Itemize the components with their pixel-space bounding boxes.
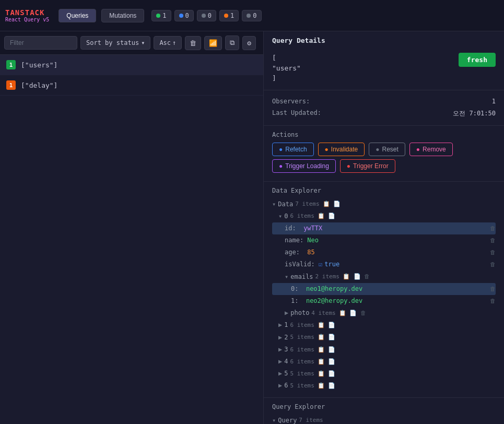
tree-val-id: ywTTX bbox=[303, 223, 322, 233]
meta-section: Observers: 1 Last Updated: 오전 7:01:50 bbox=[264, 90, 504, 126]
dot-green bbox=[156, 14, 160, 18]
invalidate-button[interactable]: ● Invalidate bbox=[318, 143, 365, 156]
tree-arrow-3[interactable]: ▶ bbox=[278, 345, 282, 355]
tree-arrow-photo[interactable]: ▶ bbox=[285, 308, 288, 318]
del-email-1-icon[interactable]: 🗑 bbox=[490, 297, 496, 306]
query-list: 1 ["users"] 1 ["delay"] bbox=[0, 55, 263, 424]
badge-blue-count: 0 bbox=[185, 12, 189, 19]
qe-arrow-query[interactable]: ▾ bbox=[272, 416, 276, 425]
badge-gray1-count: 0 bbox=[208, 12, 212, 19]
tree-emails: ▾ emails 2 items 📋 📄 🗑 bbox=[272, 271, 496, 283]
tree-icons-1: 📋 📄 bbox=[318, 321, 336, 330]
refetch-button[interactable]: ● Refetch bbox=[272, 143, 314, 156]
tree-arrow-data[interactable]: ▾ bbox=[272, 199, 276, 209]
tree-icons-photo: 📋 📄 🗑 bbox=[339, 309, 366, 318]
tree-val-name: Neo bbox=[307, 235, 319, 245]
query-num-users: 1 bbox=[6, 60, 16, 69]
tree-arrow-1[interactable]: ▶ bbox=[278, 320, 282, 330]
tree-arrow-4[interactable]: ▶ bbox=[278, 357, 282, 367]
remove-label: Remove bbox=[423, 146, 446, 153]
tree-arrow-emails[interactable]: ▾ bbox=[285, 272, 288, 282]
query-item-users[interactable]: 1 ["users"] bbox=[0, 55, 263, 75]
remove-button[interactable]: ● Remove bbox=[409, 143, 453, 156]
tree-arrow-0[interactable]: ▾ bbox=[278, 211, 282, 221]
sort-select[interactable]: Sort by status ▾ bbox=[80, 36, 150, 50]
last-updated-value: 오전 7:01:50 bbox=[453, 109, 496, 118]
tree-id: id: ywTTX 🗑 bbox=[272, 222, 496, 234]
copy-icon-btn[interactable]: ⧉ bbox=[225, 36, 239, 50]
actions-section: Actions ● Refetch ● Invalidate ● Reset bbox=[264, 126, 504, 182]
badge-orange-count: 1 bbox=[230, 12, 234, 19]
tree-val-age: 85 bbox=[307, 248, 314, 257]
status-badges: 1 0 0 1 0 bbox=[151, 10, 261, 21]
asc-button[interactable]: Asc ↑ bbox=[154, 36, 182, 50]
settings-icon-btn[interactable]: ⚙ bbox=[242, 36, 256, 50]
tree-data: ▾ Data 7 items 📋 📄 bbox=[272, 198, 496, 210]
app-container: TANSTACK React Query v5 Queries Mutation… bbox=[0, 0, 504, 424]
tree-count-5: 5 items bbox=[290, 369, 314, 379]
tree-arrow-5[interactable]: ▶ bbox=[278, 369, 282, 379]
data-explorer-section: Data Explorer ▾ Data 7 items 📋 📄 ▾ 0 6 i… bbox=[264, 182, 504, 398]
tree-key-6: 6 bbox=[284, 381, 288, 391]
tree-val-email-0: neo1@heropy.dev bbox=[306, 284, 362, 294]
sort-chevron-icon: ▾ bbox=[141, 39, 145, 46]
trigger-loading-label: Trigger Loading bbox=[285, 162, 329, 170]
reset-button[interactable]: ● Reset bbox=[369, 143, 405, 156]
badge-gray2: 0 bbox=[242, 10, 261, 21]
tree-key-1: 1 bbox=[284, 320, 288, 330]
actions-row-2: ● Trigger Loading ● Trigger Error bbox=[272, 159, 496, 173]
tree-icons-4: 📋 📄 bbox=[318, 357, 336, 367]
delete-icon-btn[interactable]: 🗑 bbox=[185, 36, 201, 50]
tree-arrow-2[interactable]: ▶ bbox=[278, 333, 282, 343]
del-name-icon[interactable]: 🗑 bbox=[490, 236, 496, 245]
observers-value: 1 bbox=[492, 98, 496, 105]
tab-queries[interactable]: Queries bbox=[58, 9, 96, 22]
tree-name: name: Neo 🗑 bbox=[272, 234, 496, 246]
tree-item-6: ▶ 6 5 items 📋 📄 bbox=[272, 380, 496, 392]
last-updated-row: Last Updated: 오전 7:01:50 bbox=[272, 107, 496, 120]
dot-blue bbox=[179, 14, 183, 18]
brand: TANSTACK React Query v5 bbox=[5, 8, 49, 22]
data-explorer-title: Data Explorer bbox=[272, 187, 496, 194]
tab-mutations[interactable]: Mutations bbox=[101, 9, 144, 22]
tree-item-3: ▶ 3 6 items 📋 📄 bbox=[272, 344, 496, 356]
filter-bar: Sort by status ▾ Asc ↑ 🗑 📶 ⧉ ⚙ bbox=[0, 31, 263, 55]
tree-icons-6: 📋 📄 bbox=[318, 381, 336, 391]
query-num-delay: 1 bbox=[6, 80, 16, 90]
badge-blue: 0 bbox=[174, 10, 194, 21]
left-panel: Sort by status ▾ Asc ↑ 🗑 📶 ⧉ ⚙ 1 ["users… bbox=[0, 31, 264, 424]
dot-gray2 bbox=[247, 14, 251, 18]
del-id-icon[interactable]: 🗑 bbox=[490, 224, 496, 233]
query-item-delay[interactable]: 1 ["delay"] bbox=[0, 75, 263, 96]
tree-item-1: ▶ 1 6 items 📋 📄 bbox=[272, 319, 496, 331]
trigger-error-dot: ● bbox=[347, 162, 350, 170]
del-email-0-icon[interactable]: 🗑 bbox=[490, 285, 496, 294]
del-age-icon[interactable]: 🗑 bbox=[490, 248, 496, 257]
filter-input[interactable] bbox=[4, 36, 77, 50]
refetch-label: Refetch bbox=[285, 146, 307, 153]
dot-orange bbox=[224, 14, 228, 18]
tree-icons-0: 📋 📄 bbox=[318, 211, 336, 221]
actions-row-1: ● Refetch ● Invalidate ● Reset ● Remove bbox=[272, 143, 496, 156]
trigger-error-button[interactable]: ● Trigger Error bbox=[340, 159, 395, 173]
del-isvalid-icon[interactable]: 🗑 bbox=[490, 260, 496, 269]
tree-key-email-0: 0: bbox=[291, 284, 306, 294]
last-updated-label: Last Updated: bbox=[272, 109, 321, 118]
qe-query: ▾ Query 7 items bbox=[272, 415, 496, 425]
key-line3: ] bbox=[272, 73, 301, 84]
tree-val-isvalid: true bbox=[324, 260, 339, 269]
tree-key-2: 2 bbox=[284, 333, 288, 343]
invalidate-label: Invalidate bbox=[331, 146, 358, 153]
wifi-icon-btn[interactable]: 📶 bbox=[204, 36, 222, 50]
fresh-badge: fresh bbox=[459, 53, 496, 67]
tree-item-5: ▶ 5 5 items 📋 📄 bbox=[272, 368, 496, 380]
tree-arrow-6[interactable]: ▶ bbox=[278, 381, 282, 391]
query-key-users: ["users"] bbox=[21, 61, 57, 69]
top-bar: TANSTACK React Query v5 Queries Mutation… bbox=[0, 0, 504, 31]
query-details-header: [ "users" ] fresh bbox=[264, 46, 504, 90]
badge-gray2-count: 0 bbox=[253, 12, 256, 19]
checkbox-icon: ☑ bbox=[319, 260, 322, 269]
trigger-loading-button[interactable]: ● Trigger Loading bbox=[272, 159, 336, 173]
trigger-error-label: Trigger Error bbox=[353, 162, 389, 170]
badge-green: 1 bbox=[151, 10, 171, 21]
